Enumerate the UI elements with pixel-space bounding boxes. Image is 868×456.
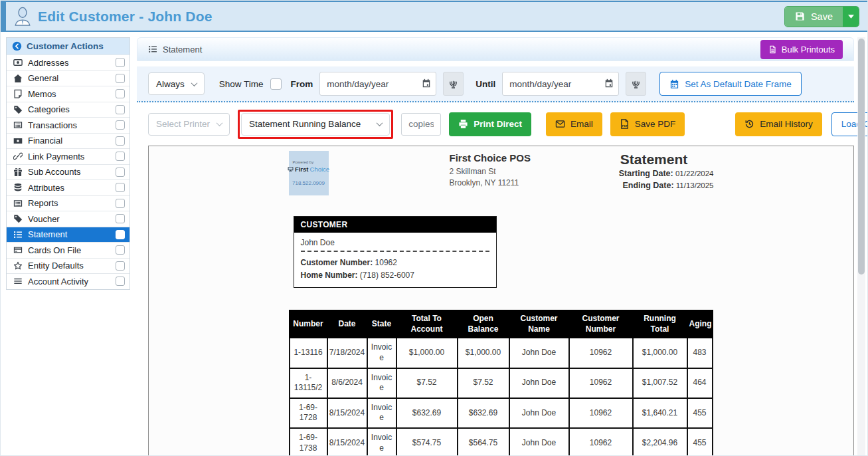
sidebar-item-checkbox[interactable] — [116, 261, 125, 271]
calendar-icon[interactable] — [604, 78, 614, 88]
save-dropdown-caret[interactable] — [843, 7, 859, 27]
sidebar-item-label: Categories — [28, 104, 116, 114]
sidebar-item-link-payments[interactable]: Link Payments — [7, 148, 130, 164]
sidebar-item-reports[interactable]: Reports — [7, 195, 130, 211]
from-date-input[interactable] — [319, 72, 436, 96]
starting-date-value: 01/22/2024 — [675, 170, 714, 177]
customer-box-body: John Doe Customer Number: 10962 Home Num… — [294, 233, 496, 287]
sidebar-item-memos[interactable]: Memos — [7, 86, 130, 102]
table-cell: $2,204.96 — [633, 428, 687, 456]
statement-doc-header: Powered by FirstChoice 718.522.0909 Firs… — [289, 151, 714, 195]
sidebar-item-label: Link Payments — [28, 152, 116, 162]
credit-card-icon — [13, 245, 23, 255]
sidebar-item-checkbox[interactable] — [116, 168, 125, 177]
table-cell: John Doe — [509, 338, 569, 368]
sidebar-item-checkbox[interactable] — [116, 214, 125, 223]
table-cell: $1,000.00 — [633, 338, 687, 368]
table-cell: $632.69 — [396, 398, 458, 428]
sidebar-item-label: Reports — [28, 198, 116, 208]
list-ol-icon — [13, 230, 23, 239]
statement-table: NumberDateStateTotal To AccountOpen Bala… — [289, 310, 713, 456]
save-button[interactable]: Save — [785, 7, 843, 27]
sidebar-item-sub-accounts[interactable]: Sub Accounts — [7, 164, 130, 180]
sidebar-item-checkbox[interactable] — [116, 105, 125, 114]
list-ol-icon — [148, 45, 157, 54]
sidebar-item-checkbox[interactable] — [116, 89, 125, 98]
until-date-input[interactable] — [502, 72, 619, 96]
column-header: Number — [290, 310, 327, 338]
scrollbar-thumb[interactable] — [858, 39, 865, 275]
vertical-scrollbar[interactable] — [857, 37, 865, 456]
sidebar-item-label: Account Activity — [28, 277, 116, 286]
annotation-highlight: Statement Running Balance — [238, 110, 393, 139]
chevron-down-icon — [217, 120, 223, 126]
table-cell: 10962 — [569, 398, 633, 428]
sidebar-header[interactable]: Customer Actions — [7, 38, 130, 55]
column-header: Total To Account — [396, 310, 458, 338]
brand-wordmark: FirstChoice — [288, 166, 329, 173]
copies-input[interactable] — [401, 113, 441, 136]
sidebar-item-voucher[interactable]: Voucher — [7, 211, 130, 227]
statement-section-bar: Statement Bulk Printouts — [137, 37, 854, 61]
sidebar-item-cards-on-file[interactable]: Cards On File — [7, 242, 130, 258]
home-number-value: (718) 852-6007 — [360, 271, 414, 280]
customer-person-icon — [13, 7, 33, 27]
calendar-icon[interactable] — [422, 78, 431, 88]
page-title: Edit Customer - John Doe — [38, 9, 213, 25]
table-cell: 1-13116 — [290, 338, 327, 368]
sidebar-header-label: Customer Actions — [27, 41, 104, 51]
menorah-icon — [631, 79, 641, 89]
company-address-line1: 2 Skillman St — [450, 166, 531, 177]
sidebar-item-general[interactable]: General — [7, 70, 130, 86]
until-label: Until — [476, 79, 495, 89]
table-row: 1-69-17388/15/2024Invoice$574.75$564.75J… — [290, 428, 713, 456]
template-select-value: Statement Running Balance — [249, 119, 361, 129]
calendar-icon — [669, 79, 679, 89]
sidebar-item-checkbox[interactable] — [116, 58, 125, 67]
save-split-button: Save — [784, 6, 859, 27]
brand-second: Choice — [310, 166, 330, 173]
column-header: Open Balance — [458, 310, 509, 338]
tag-icon — [13, 214, 23, 223]
sidebar-item-label: General — [28, 73, 116, 83]
home-icon — [13, 74, 23, 83]
sidebar-item-checkbox[interactable] — [116, 152, 125, 161]
email-history-label: Email History — [760, 119, 813, 129]
ending-date-value: 11/13/2025 — [676, 181, 714, 189]
sidebar-item-transactions[interactable]: Transactions — [7, 117, 130, 133]
column-header: Aging — [687, 310, 713, 338]
email-history-button[interactable]: Email History — [735, 112, 822, 136]
sidebar-item-financial[interactable]: Financial — [7, 133, 130, 149]
hebrew-calendar-until-button[interactable] — [626, 72, 646, 96]
hebrew-calendar-from-button[interactable] — [443, 72, 464, 96]
table-cell: $1,640.21 — [633, 398, 687, 428]
ending-date-label: Ending Date: — [623, 181, 674, 190]
logo-phone: 718.522.0909 — [292, 180, 325, 186]
show-time-checkbox[interactable] — [270, 78, 282, 90]
sidebar-item-checkbox[interactable] — [116, 183, 125, 192]
print-direct-button[interactable]: Print Direct — [449, 112, 531, 136]
sidebar-item-checkbox[interactable] — [116, 136, 125, 146]
sidebar-item-checkbox[interactable] — [116, 120, 125, 130]
template-select[interactable]: Statement Running Balance — [241, 113, 390, 136]
table-cell: 10962 — [569, 338, 633, 368]
sidebar-item-checkbox[interactable] — [116, 74, 125, 83]
sidebar-item-account-activity[interactable]: Account Activity — [7, 273, 130, 289]
sidebar-item-checkbox[interactable] — [116, 230, 125, 239]
customer-box-header: CUSTOMER — [294, 217, 496, 233]
printer-select[interactable]: Select Printer — [148, 113, 230, 136]
sidebar-item-attributes[interactable]: Attributes — [7, 179, 130, 195]
table-cell: 10962 — [569, 368, 633, 398]
bulk-printouts-button[interactable]: Bulk Printouts — [760, 40, 843, 59]
sidebar-item-statement[interactable]: Statement — [7, 227, 130, 243]
sidebar-item-entity-defaults[interactable]: Entity Defaults — [7, 258, 130, 274]
sidebar-item-checkbox[interactable] — [116, 199, 125, 208]
set-default-date-frame-button[interactable]: Set As Default Date Frame — [659, 72, 802, 96]
sidebar-item-categories[interactable]: Categories — [7, 102, 130, 118]
sidebar-item-checkbox[interactable] — [116, 245, 125, 255]
email-button[interactable]: Email — [546, 112, 602, 136]
save-pdf-button[interactable]: PDF Save PDF — [610, 112, 685, 136]
sidebar-item-checkbox[interactable] — [116, 277, 125, 286]
date-range-select[interactable]: Always — [148, 72, 205, 95]
sidebar-item-addresses[interactable]: Addresses — [7, 55, 130, 70]
